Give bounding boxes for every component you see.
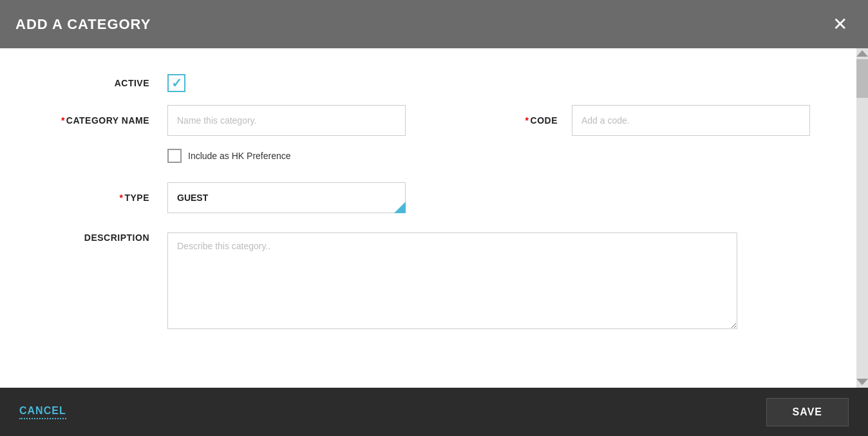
modal-container: ADD A CATEGORY ✕ ACTIVE *CATEGORY NAME *… <box>0 0 868 436</box>
close-button[interactable]: ✕ <box>827 13 853 36</box>
select-arrow-icon <box>394 202 406 213</box>
modal-header: ADD A CATEGORY ✕ <box>0 0 868 48</box>
scrollbar-down-arrow[interactable] <box>856 379 868 385</box>
hk-preference-label: Include as HK Preference <box>188 151 291 161</box>
code-label: *CODE <box>525 115 558 126</box>
modal-footer: CANCEL SAVE <box>0 388 868 436</box>
required-star-type: * <box>119 193 123 203</box>
hk-preference-row: Include as HK Preference <box>167 149 829 163</box>
active-label: ACTIVE <box>39 78 167 88</box>
scrollbar-up-arrow[interactable] <box>856 50 868 57</box>
type-select-wrapper[interactable]: GUEST <box>167 182 406 213</box>
category-name-label: *CATEGORY NAME <box>39 115 167 126</box>
type-select-display[interactable]: GUEST <box>167 182 406 213</box>
scrollbar-thumb[interactable] <box>856 59 868 98</box>
modal-title: ADD A CATEGORY <box>15 16 151 33</box>
name-code-row: *CATEGORY NAME *CODE <box>39 105 829 136</box>
description-textarea[interactable] <box>167 232 737 329</box>
scrollbar-track[interactable] <box>856 48 868 388</box>
description-label: DESCRIPTION <box>39 232 167 243</box>
type-row: *TYPE GUEST <box>39 182 829 213</box>
hk-preference-checkbox[interactable] <box>167 149 182 163</box>
code-section: *CODE <box>525 105 829 136</box>
required-star-name: * <box>61 115 65 126</box>
description-row: DESCRIPTION <box>39 232 829 329</box>
active-checkbox[interactable] <box>167 74 185 92</box>
modal-body: ACTIVE *CATEGORY NAME *CODE Include as <box>0 48 868 388</box>
save-button[interactable]: SAVE <box>766 398 849 426</box>
active-row: ACTIVE <box>39 74 829 92</box>
required-star-code: * <box>525 115 529 126</box>
type-label: *TYPE <box>39 193 167 203</box>
code-input[interactable] <box>572 105 810 136</box>
cancel-button[interactable]: CANCEL <box>19 405 66 419</box>
category-name-input[interactable] <box>167 105 406 136</box>
